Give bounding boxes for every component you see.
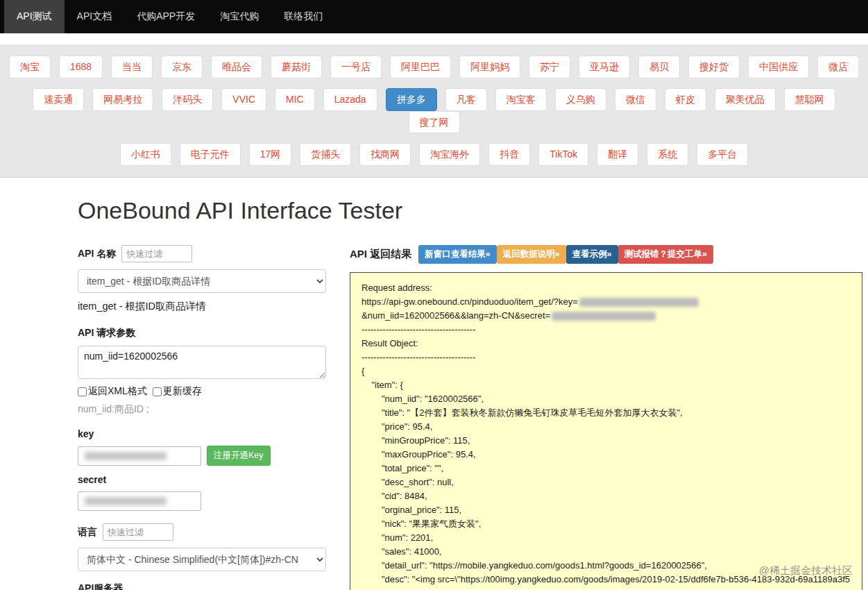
xml-checkbox-label[interactable]: 返回XML格式 bbox=[78, 385, 147, 398]
blurred-key-param bbox=[579, 298, 699, 307]
platform-row-3: 小红书电子元件17网货捕头找商网淘宝海外抖音TikTok翻译系统多平台 bbox=[0, 143, 868, 166]
platform-button[interactable]: 阿里妈妈 bbox=[459, 56, 520, 78]
secret-label: secret bbox=[78, 474, 326, 485]
platform-button[interactable]: 洋码头 bbox=[162, 88, 213, 111]
platform-button[interactable]: 货捕头 bbox=[300, 143, 351, 166]
platform-button[interactable]: 17网 bbox=[249, 143, 292, 166]
api-name-label: API 名称 bbox=[78, 248, 116, 260]
platform-button[interactable]: TikTok bbox=[538, 143, 588, 166]
result-label: API 返回结果 bbox=[350, 248, 411, 261]
platform-button[interactable]: 苏宁 bbox=[529, 56, 570, 78]
api-form: API 名称 item_get - 根据ID取商品详情 item_get - 根… bbox=[78, 245, 326, 590]
request-address-label: Request address: bbox=[361, 281, 851, 295]
platform-button[interactable]: 小红书 bbox=[120, 143, 171, 166]
page-title: OneBound API Interface Tester bbox=[78, 197, 862, 224]
nav-tab[interactable]: 淘宝代购 bbox=[207, 0, 271, 33]
platform-button[interactable]: 唯品会 bbox=[211, 56, 262, 78]
top-navigation: API测试 API文档 代购APP开发 淘宝代购 联络我们 bbox=[0, 0, 868, 33]
platform-button[interactable]: 微店 bbox=[817, 56, 859, 78]
platform-button[interactable]: 微信 bbox=[615, 88, 656, 111]
result-action-button[interactable]: 查看示例» bbox=[566, 245, 618, 264]
result-action-button[interactable]: 新窗口查看结果» bbox=[418, 245, 496, 264]
params-label: API 请求参数 bbox=[78, 327, 326, 339]
language-label: 语言 bbox=[78, 526, 97, 539]
platform-button[interactable]: 系统 bbox=[647, 143, 688, 166]
platform-button[interactable]: VVIC bbox=[221, 88, 266, 111]
platform-button[interactable]: 淘宝客 bbox=[495, 88, 547, 111]
request-url-line2: &num_iid=1620002566&&lang=zh-CN&secret= bbox=[361, 309, 851, 323]
nav-tab-label: 联络我们 bbox=[284, 10, 323, 23]
nav-tab[interactable]: API测试 bbox=[4, 0, 65, 33]
nav-tab-label: API文档 bbox=[77, 10, 112, 23]
key-input[interactable] bbox=[78, 446, 201, 466]
server-label: API服务器 bbox=[78, 582, 326, 590]
platform-button[interactable]: 电子元件 bbox=[180, 143, 241, 166]
result-json-body: { "item": { "num_iid": "1620002566", "ti… bbox=[361, 364, 851, 590]
result-header-buttons: 新窗口查看结果»返回数据说明»查看示例»测试报错？提交工单» bbox=[418, 245, 713, 264]
page: API测试 API文档 代购APP开发 淘宝代购 联络我们 淘宝1688当当京东… bbox=[0, 0, 868, 590]
api-description: item_get - 根据ID取商品详情 bbox=[78, 300, 326, 313]
platform-button[interactable]: 淘宝海外 bbox=[419, 143, 480, 166]
nav-tab[interactable]: 代购APP开发 bbox=[124, 0, 207, 33]
nav-tab[interactable]: 联络我们 bbox=[271, 0, 335, 33]
language-filter-input[interactable] bbox=[103, 523, 173, 541]
platform-button[interactable]: 阿里巴巴 bbox=[390, 56, 451, 78]
platform-button[interactable]: 翻译 bbox=[597, 143, 638, 166]
platform-button[interactable]: 慧聪网 bbox=[784, 88, 835, 111]
platform-button[interactable]: MIC bbox=[275, 88, 315, 111]
api-filter-input[interactable] bbox=[121, 245, 192, 262]
result-object-label: Result Object: bbox=[361, 337, 851, 351]
cache-checkbox[interactable] bbox=[153, 387, 162, 396]
secret-input[interactable] bbox=[78, 491, 201, 511]
xml-checkbox-text: 返回XML格式 bbox=[88, 385, 147, 398]
language-select[interactable]: 简体中文 - Chinese Simplified(中文[简体])#zh-CN bbox=[78, 548, 326, 571]
params-textarea[interactable]: num_iid=1620002566 bbox=[78, 346, 326, 379]
platform-button[interactable]: 中国供应 bbox=[748, 56, 809, 78]
platform-band: 淘宝1688当当京东唯品会蘑菇街一号店阿里巴巴阿里妈妈苏宁亚马逊易贝搜好货中国供… bbox=[0, 44, 868, 178]
platform-button[interactable]: 虾皮 bbox=[665, 88, 706, 111]
platform-button[interactable]: 搜了网 bbox=[409, 111, 460, 134]
result-action-button[interactable]: 返回数据说明» bbox=[497, 245, 566, 264]
platform-button[interactable]: 聚美优品 bbox=[715, 88, 776, 111]
platform-button[interactable]: 抖音 bbox=[488, 143, 530, 166]
blurred-secret-param bbox=[552, 312, 656, 321]
platform-button[interactable]: 网易考拉 bbox=[92, 88, 153, 111]
nav-tab-label: 代购APP开发 bbox=[137, 10, 195, 23]
result-header: API 返回结果 新窗口查看结果»返回数据说明»查看示例»测试报错？提交工单» bbox=[350, 245, 862, 264]
api-result-box[interactable]: Request address: https://api-gw.onebound… bbox=[350, 272, 862, 590]
platform-button[interactable]: 当当 bbox=[111, 56, 153, 78]
platform-button[interactable]: 易贝 bbox=[638, 56, 680, 78]
api-result-section: API 返回结果 新窗口查看结果»返回数据说明»查看示例»测试报错？提交工单» … bbox=[350, 245, 862, 590]
register-key-button[interactable]: 注册开通Key bbox=[207, 446, 271, 466]
platform-button[interactable]: 淘宝 bbox=[9, 56, 51, 78]
divider-line: -------------------------------------- bbox=[361, 323, 851, 337]
api-select[interactable]: item_get - 根据ID取商品详情 bbox=[78, 269, 326, 293]
platform-button[interactable]: 1688 bbox=[59, 56, 103, 78]
nav-tab[interactable]: API文档 bbox=[65, 0, 125, 33]
platform-button[interactable]: 蘑菇街 bbox=[271, 56, 322, 78]
platform-button[interactable]: 亚马逊 bbox=[579, 56, 630, 78]
platform-button[interactable]: 一号店 bbox=[330, 56, 382, 78]
platform-button[interactable]: 搜好货 bbox=[688, 56, 740, 78]
params-hint: num_iid:商品ID ; bbox=[78, 403, 326, 416]
format-options: 返回XML格式 更新缓存 bbox=[78, 385, 326, 398]
nav-tab-label: 淘宝代购 bbox=[220, 10, 259, 23]
platform-button[interactable]: 义乌购 bbox=[555, 88, 606, 111]
result-action-button[interactable]: 测试报错？提交工单» bbox=[618, 245, 713, 264]
key-label: key bbox=[78, 428, 326, 439]
platform-button[interactable]: 京东 bbox=[161, 56, 203, 78]
cache-checkbox-label[interactable]: 更新缓存 bbox=[153, 385, 202, 398]
platform-button[interactable]: 凡客 bbox=[445, 88, 487, 111]
main-content: OneBound API Interface Tester API 名称 ite… bbox=[0, 178, 868, 590]
platform-button[interactable]: 拼多多 bbox=[386, 88, 437, 111]
divider-line: -------------------------------------- bbox=[361, 351, 851, 364]
platform-row-2: 速卖通网易考拉洋码头VVICMICLazada拼多多凡客淘宝客义乌购微信虾皮聚美… bbox=[0, 88, 868, 134]
platform-button[interactable]: 多平台 bbox=[697, 143, 748, 166]
platform-row-1: 淘宝1688当当京东唯品会蘑菇街一号店阿里巴巴阿里妈妈苏宁亚马逊易贝搜好货中国供… bbox=[0, 56, 868, 78]
platform-button[interactable]: 找商网 bbox=[359, 143, 411, 166]
cache-checkbox-text: 更新缓存 bbox=[163, 385, 202, 398]
platform-button[interactable]: 速卖通 bbox=[33, 88, 84, 111]
xml-checkbox[interactable] bbox=[78, 387, 87, 396]
request-url-line1: https://api-gw.onebound.cn/pinduoduo/ite… bbox=[361, 295, 851, 309]
platform-button[interactable]: Lazada bbox=[323, 88, 377, 111]
